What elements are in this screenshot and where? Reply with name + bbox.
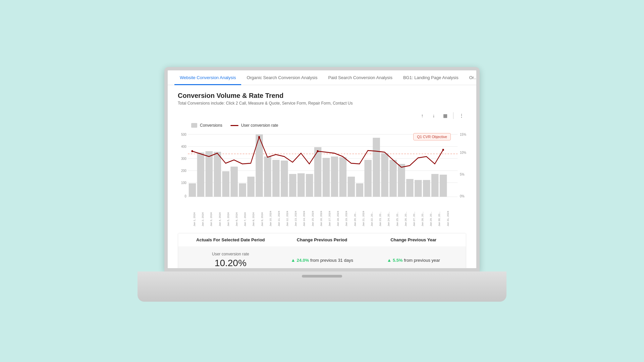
x-label: Jan 15, 2024 bbox=[311, 211, 314, 226]
chart-toolbar: ↑ ↓ ▦ ⋮ bbox=[178, 111, 466, 120]
svg-text:500: 500 bbox=[181, 132, 186, 136]
svg-rect-24 bbox=[247, 177, 255, 197]
tab-organic[interactable]: Organic Search Conversion Analysis bbox=[241, 70, 323, 85]
svg-point-50 bbox=[317, 150, 319, 152]
tab-bg1[interactable]: BG1: Landing Page Analysis bbox=[398, 70, 464, 85]
x-label: Jan 29, 20... bbox=[429, 211, 432, 226]
more-options-icon[interactable]: ⋮ bbox=[457, 111, 466, 120]
x-label: Jan 8, 2024 bbox=[252, 211, 255, 226]
x-label: Jan 1, 2024 bbox=[193, 211, 196, 226]
arrow-up-prev-year: ▲ bbox=[387, 257, 391, 263]
svg-text:5%: 5% bbox=[460, 172, 465, 176]
download-icon[interactable]: ↓ bbox=[429, 111, 438, 120]
svg-text:100: 100 bbox=[181, 181, 186, 185]
svg-rect-39 bbox=[373, 138, 380, 197]
legend-cvr-label: User conversion rate bbox=[241, 123, 278, 128]
svg-rect-30 bbox=[298, 173, 305, 197]
stats-header: Actuals For Selected Date Period Change … bbox=[178, 233, 466, 246]
x-label: Jan 21, 2024 bbox=[362, 211, 365, 226]
svg-rect-38 bbox=[364, 160, 372, 197]
x-label: Jan 9, 2024 bbox=[261, 211, 264, 226]
x-label: Jan 28, 20... bbox=[421, 211, 424, 226]
stat-pct-prev-year: 5.5% bbox=[393, 258, 403, 263]
x-label: Jan 18, 2024 bbox=[336, 211, 339, 226]
svg-rect-17 bbox=[189, 183, 196, 197]
stat-cell-prev-period: ▲ 24.0% from previous 31 days bbox=[276, 252, 368, 268]
stat-suffix-prev-period: from previous 31 days bbox=[310, 258, 353, 263]
stats-body: User conversion rate 10.20% ▲ 24.0% from… bbox=[178, 246, 466, 268]
x-label: Jan 31, 2024 bbox=[446, 211, 449, 226]
stat-change-prev-period: ▲ 24.0% from previous 31 days bbox=[291, 257, 353, 263]
x-label: Jan 30, 20... bbox=[438, 211, 441, 226]
x-label: Jan 10, 2024 bbox=[269, 211, 272, 226]
svg-point-49 bbox=[258, 136, 260, 138]
svg-rect-47 bbox=[440, 175, 447, 197]
chart-subtitle: Total Conversions include: Click 2 Call,… bbox=[178, 101, 466, 106]
arrow-up-prev-period: ▲ bbox=[291, 257, 296, 263]
main-content: Conversion Volume & Rate Trend Total Con… bbox=[168, 85, 476, 268]
stat-cell-prev-year: ▲ 5.5% from previous year bbox=[368, 252, 459, 268]
x-label: Jan 23, 20... bbox=[379, 211, 382, 226]
toolbar-divider bbox=[453, 112, 453, 119]
stat-change-prev-year: ▲ 5.5% from previous year bbox=[387, 257, 440, 263]
x-label: Jan 26, 20... bbox=[404, 211, 407, 226]
svg-rect-26 bbox=[264, 157, 271, 197]
svg-rect-29 bbox=[289, 174, 297, 197]
stats-header-actuals: Actuals For Selected Date Period bbox=[185, 237, 276, 242]
svg-rect-33 bbox=[323, 158, 330, 197]
legend-conversions: Conversions bbox=[191, 123, 222, 128]
svg-text:0%: 0% bbox=[460, 194, 465, 198]
x-label: Jan 3, 2024 bbox=[210, 211, 213, 226]
svg-rect-22 bbox=[230, 167, 238, 197]
svg-rect-27 bbox=[272, 160, 280, 197]
svg-point-48 bbox=[191, 150, 193, 152]
svg-rect-31 bbox=[306, 174, 313, 197]
svg-rect-28 bbox=[281, 161, 288, 197]
chart-title: Conversion Volume & Rate Trend bbox=[178, 92, 466, 100]
svg-text:200: 200 bbox=[181, 169, 186, 173]
svg-rect-18 bbox=[197, 153, 205, 197]
svg-text:10%: 10% bbox=[460, 150, 466, 155]
x-label: Jan 14, 2024 bbox=[303, 211, 306, 226]
svg-rect-46 bbox=[431, 174, 439, 197]
stat-label-cvr: User conversion rate bbox=[212, 252, 249, 256]
x-label: Jan 22, 20... bbox=[370, 211, 373, 226]
x-label: Jan 27, 20... bbox=[413, 211, 416, 226]
svg-rect-43 bbox=[406, 179, 414, 197]
stat-pct-prev-period: 24.0% bbox=[297, 258, 309, 263]
x-label: Jan 6, 2024 bbox=[235, 211, 238, 226]
x-label: Jan 7, 2024 bbox=[244, 211, 247, 226]
svg-point-51 bbox=[442, 149, 444, 151]
x-label: Jan 5, 2024 bbox=[227, 211, 230, 226]
stat-suffix-prev-year: from previous year bbox=[404, 258, 440, 263]
svg-rect-42 bbox=[398, 164, 405, 197]
upload-icon[interactable]: ↑ bbox=[418, 111, 427, 120]
svg-rect-37 bbox=[356, 183, 363, 197]
svg-rect-41 bbox=[389, 160, 397, 197]
svg-rect-35 bbox=[339, 157, 347, 197]
chart-svg: 500 400 300 200 100 0 15% 10% 5% 0% bbox=[178, 130, 466, 207]
x-label: Jan 25, 20... bbox=[396, 211, 399, 226]
x-label: Jan 4, 2024 bbox=[218, 211, 221, 226]
svg-rect-36 bbox=[348, 177, 355, 197]
legend-conversions-box bbox=[191, 123, 197, 128]
chart-type-icon[interactable]: ▦ bbox=[440, 111, 450, 120]
svg-text:0: 0 bbox=[185, 194, 187, 198]
x-label: Jan 13, 2024 bbox=[294, 211, 297, 226]
stats-header-prev-year: Change Previous Year bbox=[368, 237, 459, 242]
tab-other[interactable]: Or... bbox=[464, 70, 476, 85]
x-labels: Jan 1, 2024 Jan 2, 2024 Jan 3, 2024 Jan … bbox=[178, 211, 466, 226]
x-label: Jan 17, 2024 bbox=[328, 211, 331, 226]
x-label: Jan 24, 20... bbox=[387, 211, 390, 226]
svg-text:400: 400 bbox=[181, 144, 186, 148]
tab-paid[interactable]: Paid Search Conversion Analysis bbox=[323, 70, 398, 85]
svg-text:15%: 15% bbox=[460, 132, 466, 136]
svg-rect-19 bbox=[206, 151, 213, 197]
legend-cvr: User conversion rate bbox=[230, 123, 278, 128]
svg-rect-45 bbox=[423, 180, 430, 197]
x-label: Jan 2, 2024 bbox=[201, 211, 204, 226]
x-label: Jan 16, 2024 bbox=[320, 211, 323, 226]
tab-website[interactable]: Website Conversion Analysis bbox=[174, 70, 241, 85]
legend-conversions-label: Conversions bbox=[200, 123, 222, 128]
x-label: Jan 19, 2024 bbox=[345, 211, 348, 226]
